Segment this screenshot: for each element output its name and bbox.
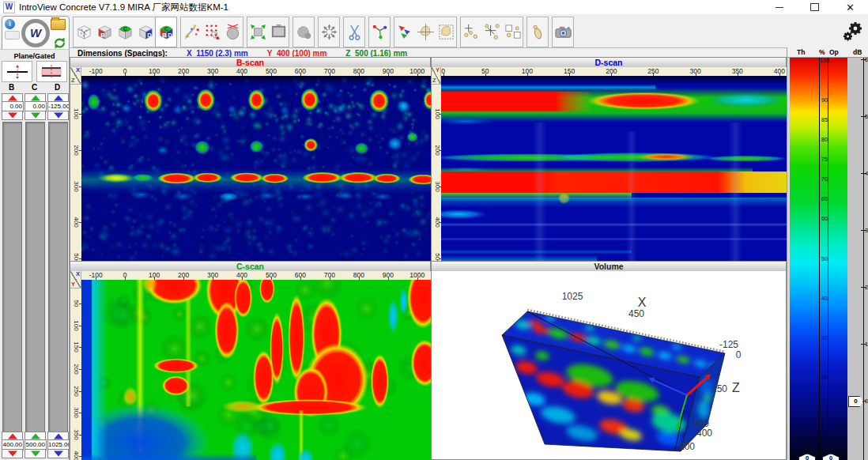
B-bottom-decrement-button[interactable]: [2, 449, 23, 458]
corner-axis-Y: Y: [71, 281, 75, 288]
info-button[interactable]: i: [5, 19, 15, 29]
d-scan-view-button[interactable]: D: [135, 17, 156, 47]
c-scan-image[interactable]: [81, 280, 432, 460]
svg-text:D: D: [168, 32, 172, 39]
plane-gated-columns: 0.00400.000.00500.00-125.001025.00: [0, 93, 70, 460]
c-scan-axes-corner: XY: [70, 271, 81, 288]
db-label: 0: [865, 398, 868, 405]
volume-axis-label: 400: [696, 428, 712, 439]
c-scan-y-axis: 050100150200250300350400: [70, 280, 82, 460]
volume-3d-view[interactable]: 1025X450-1250250Z500400200: [432, 271, 786, 459]
D-bottom-decrement-button[interactable]: [47, 449, 69, 458]
volume-title: Volume: [594, 262, 623, 271]
open-file-button[interactable]: [51, 19, 66, 30]
colorbar-percent-label: 20: [816, 375, 833, 380]
polyline-button[interactable]: [369, 17, 390, 47]
corner-axis-Y: Y: [436, 66, 440, 74]
blob-copy-button[interactable]: [502, 17, 523, 47]
axis-letter-row: BCD: [0, 83, 69, 92]
corner-axis-X: X: [76, 66, 80, 74]
axis-letter-B: B: [0, 83, 23, 92]
corner-axis-Z: Z: [432, 77, 436, 84]
C-bottom-decrement-button[interactable]: [25, 449, 46, 458]
db-label: 3: [865, 227, 868, 234]
b-scan-image[interactable]: [81, 76, 432, 262]
toolbar-group: [318, 17, 340, 47]
d-scan-axes-corner: YZ: [432, 67, 441, 85]
plane-gated-title: Plane/Gated: [0, 52, 69, 60]
slider-column-D: -125.001025.00: [47, 93, 69, 460]
colorbar-percent-label: 100: [816, 58, 833, 63]
toolbar-group: [552, 17, 574, 47]
blob-rotate-button[interactable]: [415, 17, 436, 47]
slider-column-B: 0.00400.00: [2, 93, 23, 460]
cut-button[interactable]: [344, 17, 364, 47]
dimension-z: Z 500 (1.16) mm: [345, 49, 407, 58]
settings-gear-button[interactable]: [840, 16, 866, 47]
c-scan-title: C-scan: [236, 262, 264, 271]
D-slider-track[interactable]: [48, 122, 68, 433]
colorbar-header-dB: dB: [853, 48, 862, 56]
marker-points-button[interactable]: [181, 17, 202, 47]
D-decrement-button[interactable]: [47, 111, 69, 120]
slider-column-C: 0.00500.00: [25, 93, 46, 460]
pan-view-button[interactable]: [319, 17, 339, 47]
colorbar-header: Th%OpdB: [787, 47, 868, 58]
colorbar-percent-label: 80: [816, 137, 833, 142]
grid-points-button[interactable]: [202, 17, 222, 47]
toolbar-group: [460, 17, 523, 47]
refresh-button[interactable]: [53, 36, 66, 50]
introview-logo: W: [21, 19, 50, 47]
all-views-button[interactable]: CBD: [156, 17, 176, 47]
multi-cursor-button[interactable]: [394, 17, 415, 47]
b-scan-title: B-scan: [236, 58, 264, 67]
sphere-button[interactable]: [222, 17, 243, 47]
c-scan-view-button[interactable]: C: [115, 17, 135, 47]
titlebar: W IntroView Concrete V7.1.9 MIRA 厂家网站数据K…: [0, 0, 868, 14]
maximize-button[interactable]: [797, 0, 832, 14]
volume-view-button[interactable]: [74, 17, 94, 47]
toolbar-group: [180, 17, 243, 47]
colorbar-percent-label: 85: [816, 117, 833, 123]
fit-view-button[interactable]: [247, 17, 268, 47]
toolbar-group: [292, 17, 315, 47]
merge-blobs-button[interactable]: [293, 17, 314, 47]
db-label: 6: [865, 56, 868, 63]
dimensions-label: Dimensions (Spacings):: [77, 49, 168, 58]
b-scan-view-button[interactable]: B: [94, 17, 115, 47]
toolbar: BCDCBD: [73, 16, 574, 47]
volume-panel: Volume 1025X450-1250250Z500400200: [431, 261, 787, 460]
toolbar-group: [247, 17, 289, 47]
b-scan-panel: B-scan -10001002003004005006007008009001…: [70, 57, 431, 261]
volume-axis-label: 0: [736, 349, 742, 360]
corner-axis-Z: Z: [71, 77, 75, 84]
close-button[interactable]: ✕: [832, 0, 868, 14]
db-label: 2: [865, 284, 868, 291]
b-scan-axes-corner: XZ: [70, 67, 81, 85]
volume-axis-label: Z: [732, 381, 740, 395]
footprint-button[interactable]: [527, 17, 548, 47]
minimize-button[interactable]: [761, 0, 797, 14]
colorbar-percent-label: 90: [816, 97, 833, 103]
colorbar-percent-label: 50: [816, 256, 833, 262]
panel-layout-button[interactable]: [268, 17, 289, 47]
snapshot-button[interactable]: [553, 17, 573, 47]
blob-select-button[interactable]: [436, 17, 456, 47]
svg-text:C: C: [164, 26, 168, 32]
gated-mode-button[interactable]: [36, 61, 67, 82]
B-decrement-button[interactable]: [2, 111, 23, 120]
blob-scatter-small-button[interactable]: [461, 17, 481, 47]
colorbar-percent-label: 60: [816, 216, 833, 221]
blob-scatter-large-button[interactable]: [481, 17, 502, 47]
B-slider-track[interactable]: [2, 122, 22, 433]
b-scan-y-axis: 0100200300400500: [70, 76, 82, 262]
window-title: IntroView Concrete V7.1.9 MIRA 厂家网站数据KM-…: [19, 2, 228, 13]
colorbar-percent-label: 40: [816, 296, 833, 301]
C-slider-track[interactable]: [25, 122, 45, 433]
C-decrement-button[interactable]: [25, 111, 46, 120]
colorbar-header-Th: Th: [797, 48, 805, 56]
colorbar-header-%: %: [819, 48, 825, 56]
d-scan-image[interactable]: [441, 76, 787, 262]
plane-mode-button[interactable]: [2, 61, 32, 82]
toolbar-group: [394, 17, 457, 47]
